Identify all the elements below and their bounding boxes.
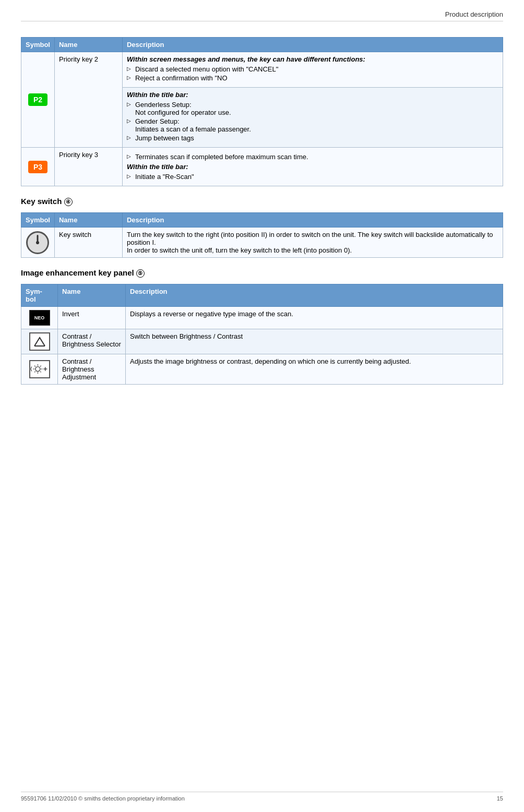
table-row: P3 Priority key 3 Terminates scan if com… (21, 148, 503, 186)
p3-desc-cell: Terminates scan if completed before maxi… (122, 148, 503, 186)
p2-bullets-1: Discard a selected menu option with "CAN… (127, 65, 498, 82)
p2-desc-cell-2: Within the title bar: Genderless Setup:N… (122, 88, 503, 148)
svg-point-1 (35, 367, 40, 372)
svg-line-6 (34, 366, 35, 367)
footer-left: 95591706 11/02/2010 © smiths detection p… (21, 795, 185, 802)
ks-name-cell: Key switch (54, 228, 122, 258)
footer-right: 15 (497, 795, 503, 802)
ks-symbol-cell (21, 228, 55, 258)
svg-line-7 (40, 372, 41, 373)
table-row: Contrast / Brightness Selector Switch be… (21, 329, 503, 354)
cb-adjust-desc-cell: Adjusts the image brightness or contrast… (126, 354, 503, 385)
priority-col-name: Name (54, 38, 122, 52)
cb-selector-svg (32, 335, 47, 349)
page-header: Product description (21, 10, 503, 21)
key-switch-icon (26, 231, 49, 254)
p2-symbol-cell: P2 (21, 52, 55, 148)
image-enhancement-num: ⑤ (136, 269, 145, 278)
svg-line-8 (40, 366, 41, 367)
table-row: Key switch Turn the key switch to the ri… (21, 228, 503, 258)
table-row: P2 Priority key 2 Within screen messages… (21, 52, 503, 88)
p3-bullets-2: Initiate a "Re-Scan" (127, 173, 498, 181)
priority-table: Symbol Name Description P2 Priority key … (21, 37, 503, 186)
key-switch-section-title: Key switch ④ (21, 197, 503, 206)
list-item: Genderless Setup:Not configured for oper… (127, 101, 498, 116)
p2-badge: P2 (28, 93, 47, 106)
p3-heading: Within the title bar: (127, 163, 188, 171)
invert-symbol-cell: NEO (21, 307, 58, 329)
list-item: Terminates scan if completed before maxi… (127, 153, 498, 161)
ie-col-name: Name (58, 284, 126, 307)
cb-selector-desc-cell: Switch between Brightness / Contrast (126, 329, 503, 354)
svg-line-9 (34, 372, 35, 373)
cb-adjust-svg (30, 360, 49, 378)
cb-selector-symbol-cell (21, 329, 58, 354)
list-item: Gender Setup:Initiates a scan of a femal… (127, 117, 498, 133)
ie-col-desc: Description (126, 284, 503, 307)
table-row: NEO Invert Displays a reverse or negativ… (21, 307, 503, 329)
list-item: Reject a confirmation with "NO (127, 74, 498, 82)
p2-desc-cell-1: Within screen messages and menus, the ke… (122, 52, 503, 88)
cb-adjust-symbol-cell (21, 354, 58, 385)
invert-name-cell: Invert (58, 307, 126, 329)
p3-symbol-cell: P3 (21, 148, 55, 186)
ks-col-name: Name (54, 213, 122, 228)
p2-name-cell: Priority key 2 (54, 52, 122, 148)
table-row: Contrast / Brightness Adjustment Adjusts… (21, 354, 503, 385)
cb-adjust-icon (29, 360, 50, 378)
p2-bullets-2: Genderless Setup:Not configured for oper… (127, 101, 498, 142)
image-enhancement-table: Sym-bol Name Description NEO Invert Disp… (21, 284, 503, 385)
ks-col-symbol: Symbol (21, 213, 55, 228)
key-switch-table: Symbol Name Description Key switch Turn … (21, 212, 503, 258)
list-item: Discard a selected menu option with "CAN… (127, 65, 498, 73)
page-footer: 95591706 11/02/2010 © smiths detection p… (21, 792, 503, 802)
p3-bullets-1: Terminates scan if completed before maxi… (127, 153, 498, 161)
invert-desc-cell: Displays a reverse or negative type imag… (126, 307, 503, 329)
p3-name-cell: Priority key 3 (54, 148, 122, 186)
invert-icon: NEO (29, 310, 50, 326)
cb-selector-name-cell: Contrast / Brightness Selector (58, 329, 126, 354)
ie-col-symbol: Sym-bol (21, 284, 58, 307)
priority-col-desc: Description (122, 38, 503, 52)
cb-selector-icon (29, 332, 50, 351)
p2-heading-1: Within screen messages and menus, the ke… (127, 55, 365, 63)
list-item: Jump between tags (127, 134, 498, 142)
ks-col-desc: Description (122, 213, 503, 228)
header-title: Product description (445, 10, 503, 18)
p2-heading-2: Within the title bar: (127, 91, 188, 99)
list-item: Initiate a "Re-Scan" (127, 173, 498, 181)
p3-badge: P3 (28, 161, 47, 173)
priority-col-symbol: Symbol (21, 38, 55, 52)
key-switch-num: ④ (64, 198, 73, 206)
image-enhancement-section-title: Image enhancement key panel ⑤ (21, 268, 503, 278)
ks-desc-cell: Turn the key switch to the right (into p… (122, 228, 503, 258)
cb-adjust-name-cell: Contrast / Brightness Adjustment (58, 354, 126, 385)
